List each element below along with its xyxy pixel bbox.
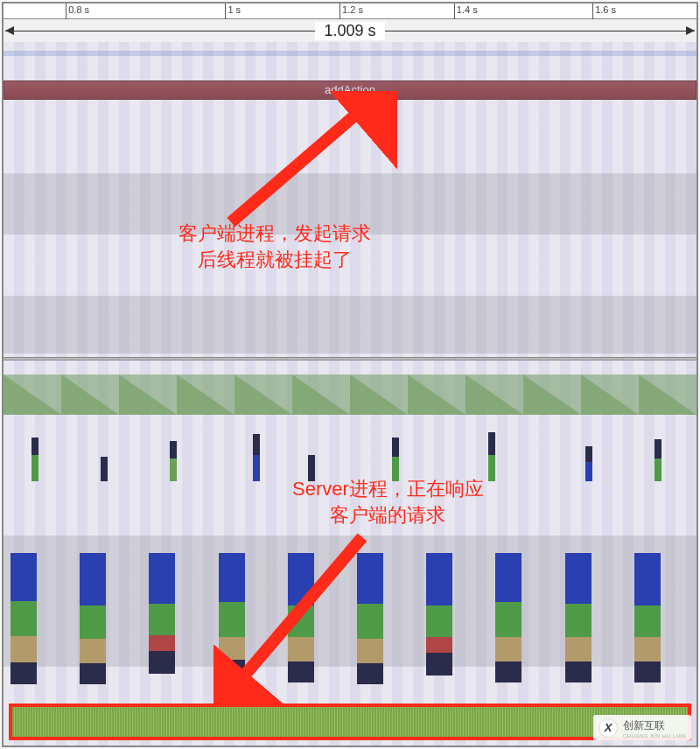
ruler-tick: 1.2 s xyxy=(340,4,363,19)
time-ruler[interactable]: 0.8 s 1 s 1.2 s 1.4 s 1.6 s xyxy=(4,4,696,19)
annotation-line: Server进程，正在响应 xyxy=(292,478,484,500)
thread-row xyxy=(4,51,696,56)
stack-cluster[interactable] xyxy=(149,553,175,684)
cpu-sawtooth xyxy=(4,374,696,415)
stack-cluster[interactable] xyxy=(357,553,383,684)
thread-row xyxy=(4,296,696,354)
ruler-tick: 1.6 s xyxy=(592,4,616,19)
arrow-right-icon xyxy=(686,26,695,35)
server-pane[interactable] xyxy=(4,360,696,746)
span-duration-label: 1.009 s xyxy=(315,22,384,40)
arrow-left-icon xyxy=(5,26,14,35)
watermark-name: 创新互联 xyxy=(623,719,665,732)
tracks-container: addAction xyxy=(4,42,696,746)
event-spike-row xyxy=(4,429,696,481)
selection-span-bar: 1.009 s xyxy=(4,19,696,42)
annotation-server: Server进程，正在响应 客户端的请求 xyxy=(292,476,484,528)
stack-cluster[interactable] xyxy=(80,553,106,684)
stack-cluster[interactable] xyxy=(219,553,245,684)
profiler-frame: 0.8 s 1 s 1.2 s 1.4 s 1.6 s 1.009 s addA… xyxy=(2,2,698,747)
annotation-line: 后线程就被挂起了 xyxy=(198,248,352,270)
watermark: X 创新互联 CHUANG XIN HU LIAN xyxy=(593,715,691,740)
stack-cluster[interactable] xyxy=(10,553,37,684)
watermark-logo-icon: X xyxy=(598,718,618,738)
stack-cluster[interactable] xyxy=(426,553,452,684)
client-pane[interactable]: addAction xyxy=(4,42,696,357)
stack-cluster[interactable] xyxy=(495,553,522,684)
stack-cluster[interactable] xyxy=(565,553,592,684)
watermark-tagline: CHUANG XIN HU LIAN xyxy=(623,733,686,738)
annotation-line: 客户端的请求 xyxy=(330,504,445,526)
call-bar-addaction[interactable]: addAction xyxy=(4,80,696,100)
stack-cluster[interactable] xyxy=(634,553,661,684)
ruler-tick: 1.4 s xyxy=(454,4,478,19)
annotation-client: 客户端进程，发起请求 后线程就被挂起了 xyxy=(178,220,371,272)
ruler-tick: 0.8 s xyxy=(66,4,89,19)
thread-row xyxy=(4,536,696,667)
annotation-line: 客户端进程，发起请求 xyxy=(178,222,371,244)
ruler-tick: 1 s xyxy=(225,4,241,19)
server-activity-highlight[interactable] xyxy=(9,704,691,740)
stack-cluster[interactable] xyxy=(288,553,314,684)
